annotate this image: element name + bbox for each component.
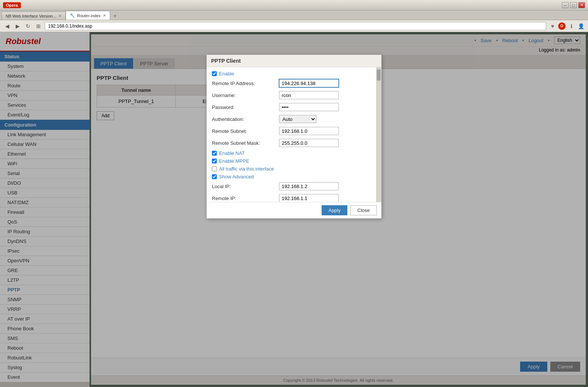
- remote-subnet-input[interactable]: [279, 127, 339, 135]
- local-ip-input[interactable]: [279, 182, 339, 190]
- enable-checkbox[interactable]: [212, 71, 217, 76]
- remote-ip-row: Remote IP Address:: [212, 79, 371, 88]
- remote-ip-input[interactable]: [279, 79, 339, 87]
- modal-close-button[interactable]: Close: [350, 205, 377, 215]
- enable-mppe-row: Enable MPPE: [212, 158, 371, 164]
- remote-subnet-row: Remote Subnet:: [212, 127, 371, 135]
- username-row: Username:: [212, 91, 371, 100]
- all-traffic-checkbox[interactable]: [212, 166, 217, 171]
- all-traffic-row: All traffic via this interface: [212, 166, 371, 172]
- tab-nb-web-label: NB Web Interface Version...: [6, 14, 56, 18]
- show-advanced-label: Show Advanced: [219, 174, 254, 180]
- modal-footer: Apply Close: [207, 202, 381, 218]
- enable-mppe-label: Enable MPPE: [219, 158, 249, 164]
- tab-router-index[interactable]: 🔧 Router-index ✕: [66, 11, 110, 20]
- opera-menu-button[interactable]: Opera: [3, 2, 21, 8]
- tab-nb-close-icon[interactable]: ✕: [59, 14, 62, 18]
- modal-apply-button[interactable]: Apply: [322, 205, 347, 215]
- remote-ip-label: Remote IP Address:: [212, 81, 279, 86]
- username-label: Username:: [212, 93, 279, 98]
- show-advanced-row: Show Advanced: [212, 174, 371, 180]
- remote-ip2-row: Remote IP:: [212, 194, 371, 202]
- tab-router-close-icon[interactable]: ✕: [103, 13, 106, 18]
- modal-body: Enable Remote IP Address: Username: Pass…: [207, 67, 376, 202]
- tab-router-label: Router-index: [77, 13, 101, 18]
- modal-title: PPTP Client: [207, 55, 381, 67]
- maximize-button[interactable]: □: [570, 2, 577, 8]
- remote-subnet-label: Remote Subnet:: [212, 128, 279, 134]
- local-ip-row: Local IP:: [212, 182, 371, 191]
- profile-icon[interactable]: 👤: [577, 22, 585, 30]
- title-bar: Opera ─ □ ✕: [0, 0, 588, 10]
- local-ip-label: Local IP:: [212, 184, 279, 189]
- auth-row: Authentication: Auto PAP CHAP MSCHAP: [212, 115, 371, 124]
- remote-ip2-input[interactable]: [279, 194, 339, 202]
- enable-nat-label: Enable NAT: [219, 150, 245, 156]
- enable-label: Enable: [219, 71, 234, 77]
- close-button[interactable]: ✕: [578, 2, 585, 8]
- modal-scrollbar[interactable]: [376, 67, 381, 202]
- auth-label: Authentication:: [212, 116, 279, 122]
- home-button[interactable]: ⊞: [34, 22, 43, 30]
- nav-bar: ◀ ▶ ↻ ⊞ ♥ O ℹ 👤: [0, 20, 588, 32]
- password-row: Password:: [212, 103, 371, 112]
- password-label: Password:: [212, 104, 279, 110]
- show-advanced-checkbox[interactable]: [212, 174, 217, 179]
- enable-nat-checkbox[interactable]: [212, 151, 217, 156]
- remote-subnet-mask-input[interactable]: [279, 139, 339, 147]
- username-input[interactable]: [279, 91, 339, 99]
- opera-logo-icon[interactable]: O: [558, 22, 566, 30]
- remote-subnet-mask-row: Remote Subnet Mask:: [212, 138, 371, 147]
- new-tab-button[interactable]: +: [112, 12, 119, 20]
- tab-router-icon: 🔧: [70, 13, 75, 18]
- bookmark-icon[interactable]: ♥: [548, 22, 557, 30]
- tab-nb-web[interactable]: NB Web Interface Version... ✕: [1, 12, 66, 20]
- enable-nat-row: Enable NAT: [212, 150, 371, 156]
- enable-mppe-checkbox[interactable]: [212, 159, 217, 163]
- all-traffic-label: All traffic via this interface: [219, 166, 274, 172]
- password-input[interactable]: [279, 103, 339, 111]
- back-button[interactable]: ◀: [3, 22, 11, 30]
- reload-button[interactable]: ↻: [24, 22, 32, 30]
- address-input[interactable]: [45, 22, 546, 30]
- remote-subnet-mask-label: Remote Subnet Mask:: [212, 140, 279, 146]
- scroll-thumb[interactable]: [377, 69, 381, 81]
- minimize-button[interactable]: ─: [562, 2, 569, 8]
- pptp-client-modal: PPTP Client Enable Remote IP Address: Us…: [206, 54, 382, 219]
- modal-overlay: PPTP Client Enable Remote IP Address: Us…: [0, 32, 588, 387]
- forward-button[interactable]: ▶: [13, 22, 22, 30]
- enable-row: Enable: [212, 71, 371, 77]
- auth-select[interactable]: Auto PAP CHAP MSCHAP: [279, 115, 316, 123]
- tab-bar: NB Web Interface Version... ✕ 🔧 Router-i…: [0, 10, 588, 20]
- info-icon[interactable]: ℹ: [567, 22, 575, 30]
- remote-ip2-label: Remote IP:: [212, 196, 279, 201]
